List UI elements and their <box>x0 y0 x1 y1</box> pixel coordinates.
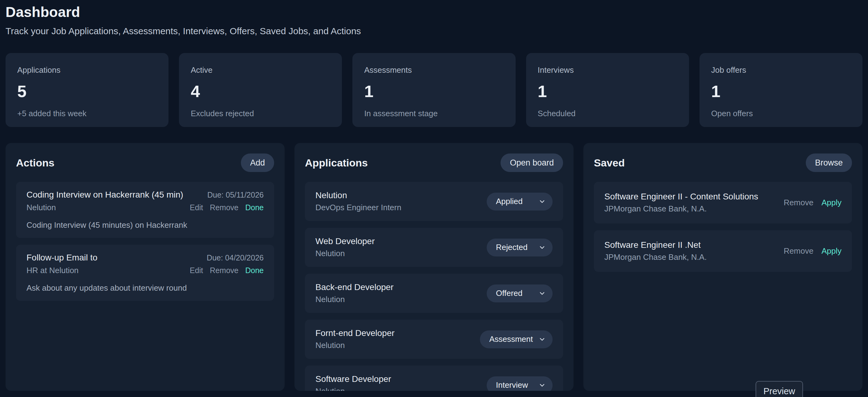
stat-value: 4 <box>191 82 330 101</box>
done-link[interactable]: Done <box>245 266 264 275</box>
stat-note: +5 added this week <box>17 109 157 118</box>
stat-card-assessments: Assessments 1 In assessment stage <box>352 53 515 127</box>
saved-job-links: Remove Apply <box>784 198 841 207</box>
application-info: Web Developer Nelution <box>315 236 375 258</box>
saved-job-title: Software Engineer II .Net <box>604 240 707 250</box>
action-title: Follow-up Email to <box>27 253 97 263</box>
page-header: Dashboard Track your Job Applications, A… <box>5 4 863 36</box>
chevron-down-icon <box>538 336 546 343</box>
application-title: Back-end Developer <box>315 282 394 292</box>
stat-value: 1 <box>364 82 504 101</box>
page-title: Dashboard <box>5 4 863 20</box>
remove-link[interactable]: Remove <box>784 198 813 207</box>
application-info: Fornt-end Developer Nelution <box>315 328 395 350</box>
application-title: Nelution <box>315 191 401 200</box>
status-value: Applied <box>496 197 523 206</box>
stat-label: Job offers <box>711 65 851 75</box>
action-due-date: Due: 05/11/2026 <box>207 191 264 199</box>
action-company: HR at Nelution <box>27 266 79 275</box>
application-subtitle: Nelution <box>315 387 391 391</box>
stat-label: Applications <box>17 65 157 75</box>
applications-panel-title: Applications <box>305 157 368 169</box>
actions-panel-title: Actions <box>16 157 55 169</box>
remove-link[interactable]: Remove <box>210 266 239 275</box>
action-item-row1: Coding Interview on Hackerrank (45 min) … <box>27 190 264 200</box>
application-item: Nelution DevOps Engineer Intern Applied <box>305 182 563 221</box>
stats-row: Applications 5 +5 added this week Active… <box>5 53 863 127</box>
stat-label: Active <box>191 65 330 75</box>
browse-button[interactable]: Browse <box>806 153 852 172</box>
saved-panel-header: Saved Browse <box>594 153 852 172</box>
application-subtitle: Nelution <box>315 341 395 350</box>
saved-job-item: Software Engineer II .Net JPMorgan Chase… <box>594 230 852 272</box>
applications-panel-header: Applications Open board <box>305 153 563 172</box>
chevron-down-icon <box>538 198 546 205</box>
stat-note: Excludes rejected <box>191 109 330 118</box>
action-description: Ask about any updates about interview ro… <box>27 283 264 293</box>
status-value: Offered <box>496 288 522 298</box>
stat-value: 5 <box>17 82 157 101</box>
application-title: Fornt-end Developer <box>315 328 395 338</box>
status-select[interactable]: Assessment <box>480 331 553 348</box>
chevron-down-icon <box>538 244 546 251</box>
stat-note: In assessment stage <box>364 109 504 118</box>
action-links: Edit Remove Done <box>190 203 264 212</box>
stat-card-interviews: Interviews 1 Scheduled <box>526 53 689 127</box>
saved-job-links: Remove Apply <box>784 246 841 256</box>
stat-label: Interviews <box>538 65 677 75</box>
status-select[interactable]: Interview <box>487 376 553 391</box>
apply-link[interactable]: Apply <box>822 198 841 207</box>
open-board-button[interactable]: Open board <box>500 153 563 172</box>
edit-link[interactable]: Edit <box>190 203 203 212</box>
application-info: Software Developer Nelution <box>315 374 391 391</box>
actions-panel-header: Actions Add <box>16 153 274 172</box>
application-item: Back-end Developer Nelution Offered <box>305 274 563 313</box>
stat-card-active: Active 4 Excludes rejected <box>179 53 342 127</box>
status-value: Assessment <box>489 334 533 344</box>
saved-list: Software Engineer II - Content Solutions… <box>594 182 852 272</box>
application-title: Web Developer <box>315 236 375 246</box>
action-links: Edit Remove Done <box>190 266 264 275</box>
add-action-button[interactable]: Add <box>241 153 274 172</box>
preview-button[interactable]: Preview <box>755 381 803 397</box>
action-item-row2: Nelution Edit Remove Done <box>27 203 264 212</box>
status-value: Rejected <box>496 243 528 252</box>
actions-list: Coding Interview on Hackerrank (45 min) … <box>16 182 274 301</box>
remove-link[interactable]: Remove <box>784 246 813 256</box>
action-company: Nelution <box>27 203 56 212</box>
applications-list: Nelution DevOps Engineer Intern Applied … <box>305 182 563 391</box>
saved-panel: Saved Browse Software Engineer II - Cont… <box>583 143 863 391</box>
page-subtitle: Track your Job Applications, Assessments… <box>5 26 863 36</box>
saved-job-info: Software Engineer II .Net JPMorgan Chase… <box>604 240 707 262</box>
application-info: Back-end Developer Nelution <box>315 282 394 304</box>
action-item-row1: Follow-up Email to Due: 04/20/2026 <box>27 253 264 263</box>
apply-link[interactable]: Apply <box>822 246 841 256</box>
action-due-date: Due: 04/20/2026 <box>207 253 264 262</box>
application-subtitle: Nelution <box>315 295 394 304</box>
status-select[interactable]: Rejected <box>487 238 553 256</box>
action-title: Coding Interview on Hackerrank (45 min) <box>27 190 183 200</box>
saved-job-company: JPMorgan Chase Bank, N.A. <box>604 252 707 262</box>
saved-job-title: Software Engineer II - Content Solutions <box>604 192 758 202</box>
stat-value: 1 <box>538 82 677 101</box>
saved-panel-title: Saved <box>594 157 625 169</box>
saved-job-item: Software Engineer II - Content Solutions… <box>594 182 852 224</box>
chevron-down-icon <box>538 290 546 297</box>
done-link[interactable]: Done <box>245 203 264 212</box>
remove-link[interactable]: Remove <box>210 203 239 212</box>
stat-card-job-offers: Job offers 1 Open offers <box>700 53 863 127</box>
stat-label: Assessments <box>364 65 504 75</box>
actions-panel: Actions Add Coding Interview on Hackerra… <box>5 143 285 391</box>
panels-row: Actions Add Coding Interview on Hackerra… <box>5 143 863 391</box>
action-item: Follow-up Email to Due: 04/20/2026 HR at… <box>16 245 274 301</box>
status-select[interactable]: Offered <box>487 284 553 302</box>
application-info: Nelution DevOps Engineer Intern <box>315 191 401 212</box>
dashboard-page: Dashboard Track your Job Applications, A… <box>0 0 868 397</box>
stat-card-applications: Applications 5 +5 added this week <box>5 53 168 127</box>
action-item: Coding Interview on Hackerrank (45 min) … <box>16 182 274 238</box>
edit-link[interactable]: Edit <box>190 266 203 275</box>
status-select[interactable]: Applied <box>487 193 553 210</box>
application-subtitle: DevOps Engineer Intern <box>315 203 401 212</box>
application-item: Fornt-end Developer Nelution Assessment <box>305 320 563 359</box>
stat-value: 1 <box>711 82 851 101</box>
